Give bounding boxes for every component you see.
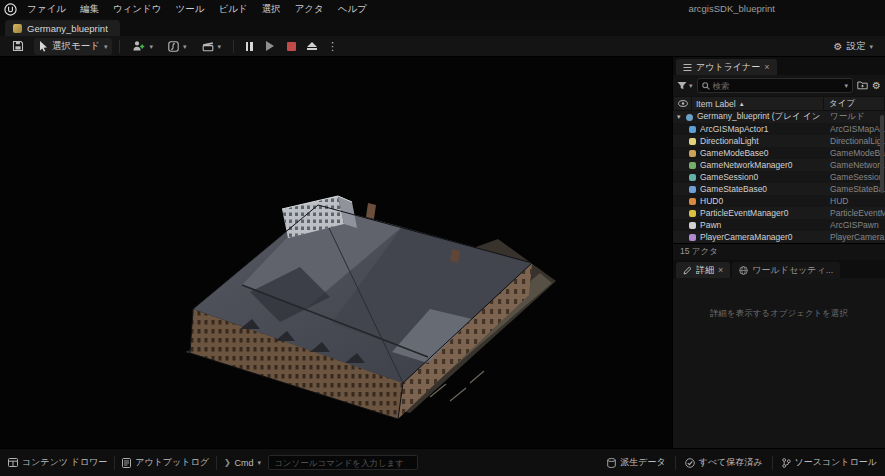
main-toolbar: 選択モード ▾ ▾ ▾ ▾ ⋮ ⚙ 設定 ▾: [0, 36, 885, 57]
outliner-row[interactable]: GameStateBase0GameStateBa...: [673, 183, 885, 195]
cmd-dropdown[interactable]: ❯ Cmd ▾: [224, 458, 261, 468]
cinematics-dropdown[interactable]: ▾: [197, 39, 227, 54]
tree-expand-icon[interactable]: ▾: [677, 113, 686, 121]
statusbar-separator: [675, 456, 676, 470]
actor-type: PlayerCamera...: [827, 232, 885, 242]
tab-outliner[interactable]: アウトライナー ×: [676, 59, 777, 75]
outliner-row[interactable]: PawnArcGISPawn: [673, 219, 885, 231]
menu-item-5[interactable]: 選択: [255, 0, 288, 18]
actor-label: PlayerCameraManager0: [700, 232, 827, 242]
outliner-scrollbar[interactable]: [880, 115, 884, 193]
select-mode-dropdown[interactable]: 選択モード ▾: [34, 38, 112, 55]
viewport[interactable]: [0, 57, 672, 448]
outliner-tree: ▾ Germany_blueprint (プレイ イン ワールド ArcGISM…: [673, 111, 885, 243]
save-button[interactable]: [7, 38, 29, 54]
actor-type: GameModeBa...: [827, 148, 885, 158]
output-log-button[interactable]: アウトプットログ: [122, 456, 209, 469]
play-options-kebab[interactable]: ⋮: [325, 40, 340, 53]
actor-icon: [689, 234, 696, 241]
actor-type: GameStateBa...: [827, 184, 885, 194]
menu-item-1[interactable]: 編集: [73, 0, 106, 18]
actor-type: ParticleEventM...: [827, 208, 885, 218]
pause-button[interactable]: [241, 39, 257, 54]
outliner-row[interactable]: GameModeBase0GameModeBa...: [673, 147, 885, 159]
chevron-down-icon: ▾: [689, 82, 693, 89]
actor-icon: [689, 126, 696, 133]
tab-details[interactable]: 詳細 ×: [676, 262, 730, 278]
actor-label: GameModeBase0: [700, 148, 827, 158]
add-actor-dropdown[interactable]: ▾: [127, 38, 158, 54]
source-control-button[interactable]: ソースコントロール: [782, 456, 877, 469]
actor-label: ParticleEventManager0: [700, 208, 827, 218]
actor-label: GameSession0: [700, 172, 827, 182]
search-input[interactable]: [713, 81, 842, 91]
eye-icon: [678, 100, 688, 107]
unreal-editor-window: ファイル編集ウィンドウツールビルド選択アクタヘルプ arcgisSDK_blue…: [0, 0, 885, 476]
content-drawer-button[interactable]: コンテンツ ドロワー: [8, 456, 107, 469]
menu-item-7[interactable]: ヘルプ: [331, 0, 374, 18]
actor-label: HUD0: [700, 196, 827, 206]
tab-world-settings[interactable]: ワールドセッティ...: [732, 262, 840, 278]
toolbar-separator: [233, 40, 234, 53]
outliner-search-row: ▾ ▾ ⚙: [673, 75, 885, 96]
settings-label: 設定: [846, 40, 865, 53]
menu-item-2[interactable]: ウィンドウ: [106, 0, 169, 18]
item-label-column-header[interactable]: Item Label ▲: [692, 97, 823, 110]
actor-type: GameSession: [827, 172, 885, 182]
content-drawer-icon: [8, 458, 18, 467]
filter-button[interactable]: ▾: [677, 81, 693, 90]
outliner-settings-gear-icon[interactable]: ⚙: [872, 80, 881, 91]
select-mode-label: 選択モード: [52, 40, 100, 53]
close-icon[interactable]: ×: [718, 265, 723, 275]
statusbar-right: 派生データ すべて保存済み ソースコントロール: [607, 456, 877, 470]
outliner-row[interactable]: PlayerCameraManager0PlayerCamera...: [673, 231, 885, 243]
actor-type: ArcGISMapAc...: [827, 124, 885, 134]
outliner-root-row[interactable]: ▾ Germany_blueprint (プレイ イン ワールド: [673, 111, 885, 123]
cursor-icon: [39, 41, 48, 52]
visibility-column-header[interactable]: [674, 97, 691, 110]
statusbar-separator: [772, 456, 773, 470]
save-status-button[interactable]: すべて保存済み: [685, 456, 763, 469]
outliner-row[interactable]: ParticleEventManager0ParticleEventM...: [673, 207, 885, 219]
world-settings-title: ワールドセッティ...: [752, 264, 833, 277]
console-input[interactable]: [268, 455, 418, 470]
gear-icon: ⚙: [834, 41, 843, 52]
outliner-row[interactable]: DirectionalLightDirectionalLig...: [673, 135, 885, 147]
outliner-searchbox[interactable]: ▾: [697, 78, 854, 93]
viewport-3d-scene: [0, 57, 672, 448]
menu-item-0[interactable]: ファイル: [20, 0, 73, 18]
world-icon: [686, 114, 693, 121]
pencil-icon: [683, 266, 692, 275]
menu-items: ファイル編集ウィンドウツールビルド選択アクタヘルプ: [20, 0, 374, 18]
outliner-status: 15 アクタ: [673, 243, 885, 260]
type-column-header[interactable]: タイプ: [824, 97, 884, 110]
details-tab-bar: 詳細 × ワールドセッティ...: [673, 260, 885, 278]
chevron-down-icon: ▾: [104, 43, 108, 50]
outliner-column-headers: Item Label ▲ タイプ: [673, 96, 885, 111]
actor-icon: [689, 162, 696, 169]
play-button[interactable]: [262, 39, 278, 54]
derived-data-button[interactable]: 派生データ: [607, 456, 665, 469]
unreal-logo-icon[interactable]: [0, 0, 20, 18]
world-label: Germany_blueprint (プレイ イン: [697, 111, 827, 123]
eject-button[interactable]: [304, 39, 320, 54]
blueprints-dropdown[interactable]: ▾: [163, 39, 192, 54]
menu-item-3[interactable]: ツール: [169, 0, 212, 18]
chevron-down-icon: ▾: [183, 43, 187, 50]
actor-label: DirectionalLight: [700, 136, 827, 146]
actor-type: GameNetwork...: [827, 160, 885, 170]
outliner-row[interactable]: ArcGISMapActor1ArcGISMapAc...: [673, 123, 885, 135]
close-icon[interactable]: ×: [764, 62, 769, 72]
outliner-row[interactable]: GameNetworkManager0GameNetwork...: [673, 159, 885, 171]
menu-item-4[interactable]: ビルド: [211, 0, 254, 18]
settings-dropdown[interactable]: ⚙ 設定 ▾: [829, 38, 878, 55]
stop-button[interactable]: [283, 39, 299, 54]
status-bar: コンテンツ ドロワー アウトプットログ ❯ Cmd ▾ 派生データ すべて保存済…: [0, 448, 885, 476]
outliner-row[interactable]: GameSession0GameSession: [673, 171, 885, 183]
tab-germany-blueprint[interactable]: Germany_blueprint: [5, 20, 120, 36]
menu-item-6[interactable]: アクタ: [288, 0, 331, 18]
details-title: 詳細: [696, 264, 714, 277]
toolbar-separator: [119, 40, 120, 53]
outliner-row[interactable]: HUD0HUD: [673, 195, 885, 207]
create-folder-button[interactable]: [857, 80, 868, 92]
